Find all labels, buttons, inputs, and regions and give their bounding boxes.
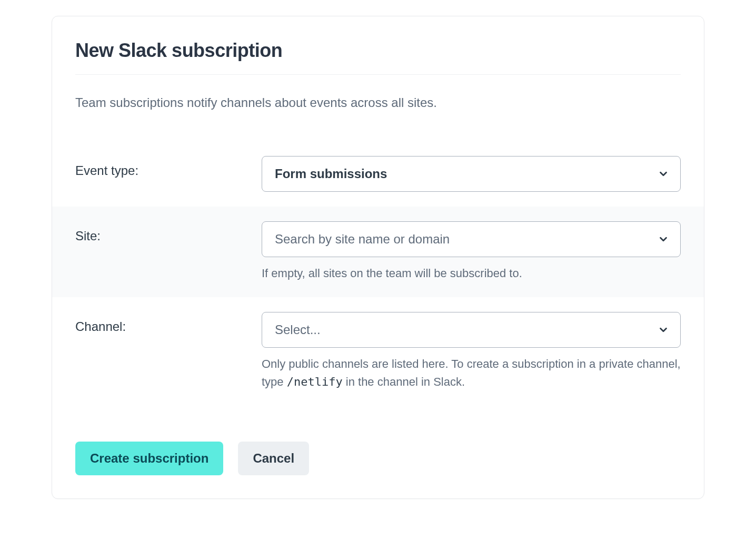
channel-select-wrap: Select... [262,312,681,348]
site-select[interactable]: Search by site name or domain [262,221,681,257]
event-type-row: Event type: Form submissions [52,141,704,207]
channel-helper-suffix: in the channel in Slack. [343,375,465,388]
subscription-card: New Slack subscription Team subscription… [52,16,704,499]
cancel-button[interactable]: Cancel [238,442,309,475]
site-label: Site: [75,221,249,243]
event-type-control: Form submissions [262,156,681,192]
channel-control: Select... Only public channels are liste… [262,312,681,391]
channel-label: Channel: [75,312,249,334]
divider [75,74,681,75]
channel-helper-text: Only public channels are listed here. To… [262,355,681,391]
event-type-label: Event type: [75,156,249,178]
site-select-wrap: Search by site name or domain [262,221,681,257]
action-bar: Create subscription Cancel [75,442,681,475]
channel-helper-command: /netlify [287,375,343,388]
event-type-select-wrap: Form submissions [262,156,681,192]
channel-row: Channel: Select... Only public channels … [52,297,704,406]
page-title: New Slack subscription [75,40,681,62]
description-text: Team subscriptions notify channels about… [75,94,681,112]
create-subscription-button[interactable]: Create subscription [75,442,223,475]
site-control: Search by site name or domain If empty, … [262,221,681,282]
site-helper-text: If empty, all sites on the team will be … [262,265,681,282]
channel-select[interactable]: Select... [262,312,681,348]
site-row: Site: Search by site name or domain If e… [52,207,704,297]
event-type-select[interactable]: Form submissions [262,156,681,192]
